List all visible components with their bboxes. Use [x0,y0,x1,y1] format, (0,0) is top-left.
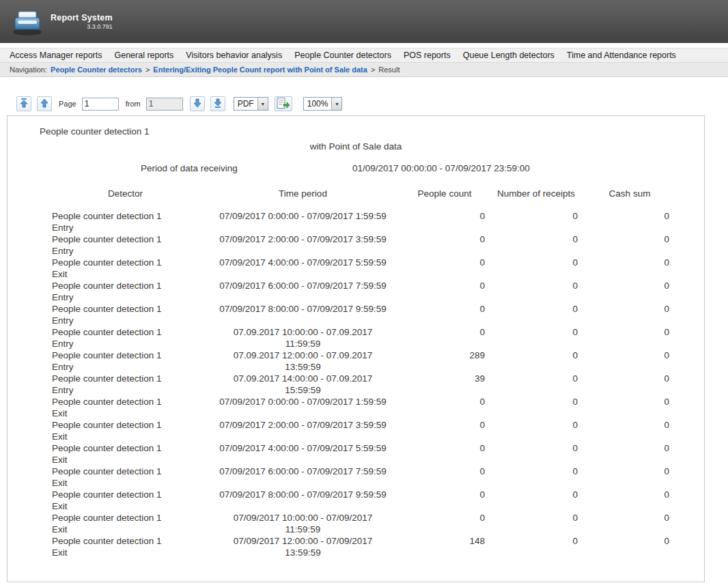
report-toolbar: Page from PDF ▼ 100% ▼ [16,96,728,111]
period-label: Period of data receiving [141,163,238,173]
zoom-select[interactable]: 100% ▼ [303,97,343,111]
next-page-icon [193,98,201,110]
detector-name: People counter detection 1 [52,373,206,384]
export-format-select[interactable]: PDF ▼ [234,97,268,111]
app-title: Report System [51,13,113,23]
detector-direction: Entry [52,222,206,233]
app-version: 3.3.0.791 [51,23,113,30]
table-row: People counter detection 1 Entry 07/09/2… [45,303,676,326]
receipts-count-cell: 0 [489,466,583,477]
receipts-count-cell: 0 [489,442,583,454]
total-pages-input [146,98,183,111]
next-page-button[interactable] [190,96,205,111]
detector-direction: Exit [52,408,206,419]
detector-name: People counter detection 1 [52,396,206,408]
breadcrumb-separator: > [371,66,375,74]
table-row: People counter detection 1 Exit 07/09/20… [45,419,676,442]
time-period-cell: 07/09/2017 6:00:00 - 07/09/2017 7:59:59 [206,466,400,477]
column-header-time-period: Time period [206,188,400,199]
table-row: People counter detection 1 Exit 07/09/20… [45,466,676,489]
people-count-cell: 0 [400,280,489,291]
menu-item[interactable]: General reports [108,51,180,60]
receipts-count-cell: 0 [489,349,583,361]
menu-item[interactable]: Visitors behavior analysis [180,51,288,60]
detector-name: People counter detection 1 [52,257,206,268]
people-count-cell: 289 [400,349,489,361]
menu-bar: Access Manager reportsGeneral reportsVis… [0,48,728,63]
detector-direction: Exit [52,477,206,489]
cash-sum-cell: 0 [583,233,676,245]
detector-name: People counter detection 1 [52,535,206,547]
cash-sum-cell: 0 [583,210,676,222]
menu-item[interactable]: POS reports [397,51,457,60]
time-period-cell: 07.09.2017 14:00:00 - 07.09.2017 15:59:5… [206,373,400,396]
detector-direction: Exit [52,431,206,442]
previous-page-button[interactable] [37,96,52,111]
detector-cell: People counter detection 1 Exit [45,442,206,466]
people-count-cell: 39 [400,373,489,384]
breadcrumb-separator: > [145,66,150,74]
menu-item[interactable]: Time and Attendance reports [561,51,682,60]
detector-name: People counter detection 1 [52,233,206,245]
table-row: People counter detection 1 Exit 07/09/20… [45,535,676,558]
menu-item[interactable]: Access Manager reports [3,51,108,60]
last-page-button[interactable] [210,96,225,111]
detector-direction: Exit [52,268,206,280]
receipts-count-cell: 0 [489,326,583,338]
receipts-count-cell: 0 [489,512,583,524]
export-button[interactable] [275,96,292,111]
page-number-input[interactable] [82,98,119,111]
detector-cell: People counter detection 1 Entry [45,373,206,396]
chevron-down-icon: ▼ [257,98,268,110]
detector-cell: People counter detection 1 Exit [45,489,206,512]
people-count-cell: 0 [400,442,489,454]
menu-item[interactable]: Queue Length detectors [457,51,561,60]
detector-name: People counter detection 1 [52,512,206,524]
detector-direction: Exit [52,524,206,535]
first-page-icon [20,98,28,110]
table-header-row: Detector Time period People count Number… [45,188,676,199]
people-count-cell: 148 [400,535,489,547]
table-row: People counter detection 1 Exit 07/09/20… [45,442,676,466]
detector-direction: Entry [52,361,206,373]
receipts-count-cell: 0 [489,373,583,384]
detector-cell: People counter detection 1 Exit [45,535,206,558]
breadcrumb-link-report[interactable]: Entering/Exiting People Count report wit… [153,66,367,74]
time-period-cell: 07/09/2017 8:00:00 - 07/09/2017 9:59:59 [206,303,400,315]
people-count-cell: 0 [400,210,489,222]
breadcrumb-link-people-counter-detectors[interactable]: People Counter detectors [51,66,142,74]
detector-cell: People counter detection 1 Exit [45,396,206,419]
table-row: People counter detection 1 Entry 07/09/2… [45,210,676,233]
detector-direction: Exit [52,500,206,512]
detector-name: People counter detection 1 [52,349,206,361]
detector-direction: Entry [52,384,206,396]
cash-sum-cell: 0 [583,373,676,384]
last-page-icon [214,98,222,110]
menu-item[interactable]: People Counter detectors [288,51,397,60]
time-period-cell: 07.09.2017 10:00:00 - 07.09.2017 11:59:5… [206,326,400,349]
receipts-count-cell: 0 [489,489,583,500]
detector-cell: People counter detection 1 Exit [45,466,206,489]
breadcrumb: Navigation: People Counter detectors > E… [0,63,728,77]
column-header-number-of-receipts: Number of receipts [489,188,583,199]
report-rows: People counter detection 1 Entry 07/09/2… [45,210,676,558]
app-header: Report System 3.3.0.791 [0,0,728,43]
time-period-cell: 07/09/2017 6:00:00 - 07/09/2017 7:59:59 [206,280,400,291]
receipts-count-cell: 0 [489,535,583,547]
export-icon [277,98,290,111]
period-value: 01/09/2017 00:00:00 - 07/09/2017 23:59:0… [352,163,530,173]
detector-cell: People counter detection 1 Entry [45,303,206,326]
time-period-cell: 07/09/2017 2:00:00 - 07/09/2017 3:59:59 [206,233,400,245]
time-period-cell: 07.09.2017 12:00:00 - 07.09.2017 13:59:5… [206,349,400,373]
first-page-button[interactable] [16,96,31,111]
detector-name: People counter detection 1 [52,326,206,338]
table-row: People counter detection 1 Entry 07.09.2… [45,326,676,349]
receipts-count-cell: 0 [489,396,583,408]
receipts-count-cell: 0 [489,303,583,315]
table-row: People counter detection 1 Exit 07/09/20… [45,512,676,535]
chevron-down-icon: ▼ [331,98,341,110]
detector-direction: Exit [52,454,206,466]
table-row: People counter detection 1 Entry 07.09.2… [45,373,676,396]
table-row: People counter detection 1 Entry 07/09/2… [45,233,676,257]
receipts-count-cell: 0 [489,419,583,431]
